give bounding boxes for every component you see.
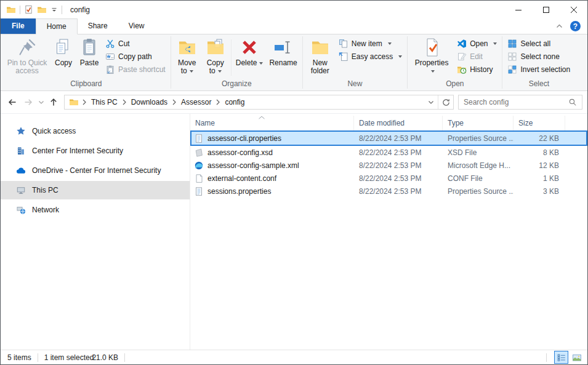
tab-file[interactable]: File	[1, 18, 36, 34]
sidebar-item-quick-access[interactable]: Quick access	[1, 122, 190, 140]
search-input[interactable]	[459, 98, 567, 106]
new-folder-button[interactable]: New folder	[305, 36, 336, 75]
selection-size: 21.0 KB	[92, 353, 118, 362]
copy-path-icon	[105, 52, 115, 62]
star-icon	[16, 126, 26, 136]
file-row[interactable]: assessor-config-sample.xml 8/22/2024 2:5…	[190, 159, 587, 172]
forward-button[interactable]	[20, 94, 36, 110]
breadcrumb-downloads[interactable]: Downloads	[127, 95, 171, 109]
pin-to-quick-access-button[interactable]: Pin to Quick access	[4, 36, 50, 75]
dropdown-caret-icon	[398, 55, 402, 58]
qat-new-folder-button[interactable]	[37, 5, 47, 15]
history-label: History	[470, 65, 493, 74]
properties-file-icon	[195, 187, 203, 196]
paste-button[interactable]: Paste	[76, 36, 102, 67]
copy-icon	[54, 38, 73, 57]
file-type: CONF File	[443, 174, 513, 183]
column-header-type[interactable]: Type	[443, 116, 513, 130]
edit-label: Edit	[470, 52, 483, 61]
app-folder-icon	[6, 5, 16, 15]
back-button[interactable]	[4, 94, 20, 110]
breadcrumb-chevron-icon	[171, 99, 177, 105]
collapse-ribbon-icon[interactable]	[555, 23, 563, 30]
recent-locations-caret-icon[interactable]	[36, 94, 46, 110]
breadcrumb-config[interactable]: config	[221, 95, 248, 109]
tab-share[interactable]: Share	[78, 18, 118, 34]
address-bar[interactable]: This PC Downloads Assessor config	[64, 95, 454, 110]
cloud-icon	[16, 166, 26, 175]
column-header-size[interactable]: Size	[513, 116, 565, 130]
open-button[interactable]: Open	[454, 38, 500, 49]
breadcrumb-assessor[interactable]: Assessor	[177, 95, 215, 109]
history-button[interactable]: History	[454, 64, 500, 75]
refresh-icon[interactable]	[438, 95, 453, 109]
properties-button[interactable]: Properties	[409, 36, 454, 75]
copy-to-button[interactable]: Copy to	[201, 36, 230, 75]
search-box[interactable]	[458, 95, 582, 110]
file-row[interactable]: assessor-config.xsd 8/22/2024 2:53 PM XS…	[190, 146, 587, 159]
sidebar-item-this-pc[interactable]: This PC	[1, 181, 190, 199]
ribbon-group-organize: Move to Copy to Delete Rename Organize	[171, 34, 302, 90]
address-dropdown-icon[interactable]	[424, 95, 438, 109]
sidebar-item-network[interactable]: Network	[1, 201, 190, 219]
items-count: 5 items	[7, 353, 31, 362]
edit-button[interactable]: Edit	[454, 51, 500, 62]
maximize-button[interactable]	[532, 1, 560, 18]
sidebar-item-onedrive[interactable]: OneDrive - Center For Internet Security	[1, 161, 190, 180]
tab-home[interactable]: Home	[36, 18, 78, 34]
delete-button[interactable]: Delete	[233, 36, 267, 67]
select-none-button[interactable]: Select none	[504, 51, 573, 62]
window-title: config	[70, 6, 90, 14]
copy-path-button[interactable]: Copy path	[102, 51, 169, 62]
cut-button[interactable]: Cut	[102, 38, 169, 49]
qat-properties-button[interactable]	[24, 5, 33, 14]
search-icon[interactable]	[567, 98, 582, 106]
easy-access-icon	[339, 52, 348, 62]
copy-button[interactable]: Copy	[50, 36, 76, 67]
tab-view[interactable]: View	[118, 18, 155, 34]
large-icons-view-button[interactable]	[570, 351, 584, 364]
file-explorer-window: config File Home Share View ? Pin to Qui…	[0, 0, 588, 365]
breadcrumb-chevron-icon	[81, 99, 87, 105]
move-to-button[interactable]: Move to	[173, 36, 201, 75]
copy-to-label: Copy to	[204, 59, 227, 75]
invert-selection-label: Invert selection	[520, 65, 570, 74]
file-date: 8/22/2024 2:53 PM	[354, 161, 443, 170]
paste-shortcut-button[interactable]: Paste shortcut	[102, 64, 169, 75]
dropdown-caret-icon	[493, 42, 497, 45]
history-icon	[457, 65, 467, 74]
up-button[interactable]	[46, 94, 62, 110]
details-view-button[interactable]	[554, 351, 568, 364]
ribbon-separator	[231, 39, 232, 76]
file-row[interactable]: external-content.conf 8/22/2024 2:53 PM …	[190, 172, 587, 185]
sidebar-item-center-for-internet-security[interactable]: Center For Internet Security	[1, 142, 190, 160]
file-list-pane: Name Date modified Type Size assessor-cl…	[190, 114, 587, 350]
select-all-button[interactable]: Select all	[504, 38, 573, 49]
file-size: 8 KB	[513, 148, 565, 157]
file-size: 12 KB	[513, 161, 565, 170]
qat-customize-caret-icon[interactable]	[50, 6, 58, 14]
easy-access-button[interactable]: Easy access	[336, 51, 405, 62]
minimize-button[interactable]	[504, 1, 532, 18]
select-none-label: Select none	[520, 52, 559, 61]
file-size: 1 KB	[513, 174, 565, 183]
invert-selection-button[interactable]: Invert selection	[504, 64, 573, 75]
select-all-label: Select all	[520, 39, 550, 48]
address-folder-icon	[65, 97, 81, 107]
close-button[interactable]	[560, 1, 587, 18]
ribbon-group-select: Select all Select none Invert selection …	[502, 34, 575, 90]
ribbon: Pin to Quick access Copy Paste Cut	[1, 34, 587, 91]
breadcrumb-chevron-icon	[121, 99, 127, 105]
file-row[interactable]: sessions.properties 8/22/2024 2:53 PM Pr…	[190, 185, 587, 198]
rename-button[interactable]: Rename	[266, 36, 300, 67]
breadcrumb-chevron-icon	[215, 99, 221, 105]
column-header-name[interactable]: Name	[190, 116, 354, 130]
move-to-label: Move to	[176, 59, 198, 75]
invert-selection-icon	[507, 65, 517, 74]
breadcrumb-this-pc[interactable]: This PC	[87, 95, 121, 109]
file-row-selected[interactable]: assessor-cli.properties 8/22/2024 2:53 P…	[190, 130, 587, 146]
new-item-button[interactable]: New item	[336, 38, 405, 49]
column-header-date-modified[interactable]: Date modified	[354, 116, 443, 130]
new-item-label: New item	[352, 39, 382, 48]
help-button[interactable]: ?	[570, 21, 581, 31]
